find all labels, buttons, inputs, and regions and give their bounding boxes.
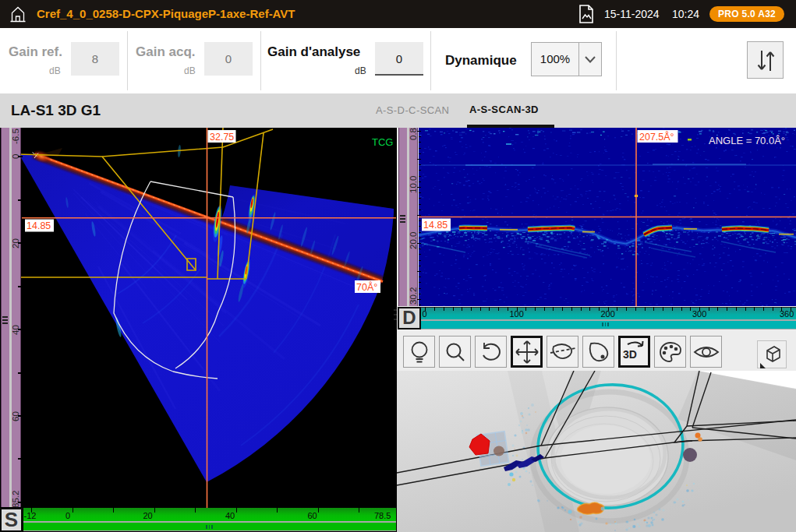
svg-text:207.5Å°: 207.5Å° <box>639 131 674 143</box>
svg-text:ANGLE = 70.0Â°: ANGLE = 70.0Â° <box>709 135 785 146</box>
svg-text:32.75: 32.75 <box>210 132 234 143</box>
svg-text:70Å°: 70Å° <box>356 281 377 293</box>
svg-text:3D: 3D <box>623 348 637 361</box>
svg-text:14.85: 14.85 <box>423 220 448 231</box>
svg-text:14.85: 14.85 <box>27 220 51 231</box>
svg-text:TCG: TCG <box>372 136 393 148</box>
